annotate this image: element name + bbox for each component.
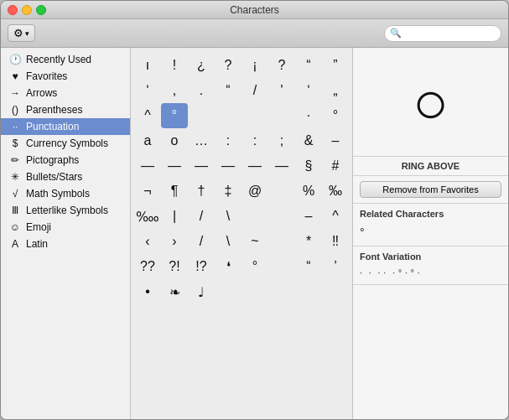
char-cell[interactable]: “ — [295, 53, 322, 78]
char-cell[interactable]: — — [188, 153, 215, 179]
char-cell[interactable]: † — [188, 179, 215, 204]
char-cell[interactable]: ¬ — [134, 179, 161, 204]
char-cell[interactable]: ♩ — [188, 279, 215, 304]
font-variation-char[interactable]: · — [405, 268, 408, 277]
char-cell[interactable]: ¡ — [242, 53, 268, 78]
gear-button[interactable]: ⚙ ▾ — [8, 24, 35, 42]
char-cell[interactable]: \ — [215, 229, 242, 254]
char-cell[interactable]: • — [134, 279, 161, 304]
char-cell[interactable]: — — [242, 153, 268, 179]
char-cell[interactable]: ?? — [134, 254, 161, 279]
char-cell[interactable]: @ — [242, 179, 268, 204]
char-cell[interactable]: . — [188, 78, 215, 103]
char-cell[interactable]: ? — [268, 53, 295, 78]
char-cell[interactable]: ‹ — [134, 229, 161, 254]
char-cell[interactable]: : — [242, 128, 268, 153]
font-variation-char[interactable]: · — [418, 268, 420, 277]
char-cell[interactable]: ¶ — [161, 179, 188, 204]
char-cell[interactable]: – — [295, 204, 322, 229]
char-cell[interactable]: — — [161, 153, 188, 179]
sidebar-item-math[interactable]: √ Math Symbols — [1, 185, 130, 202]
char-cell[interactable]: ° — [161, 103, 188, 128]
close-button[interactable] — [8, 5, 18, 15]
char-cell[interactable] — [268, 279, 295, 304]
char-cell[interactable] — [242, 103, 268, 128]
char-cell[interactable]: — — [268, 153, 295, 179]
char-cell[interactable]: „ — [322, 78, 349, 103]
char-cell[interactable]: / — [188, 229, 215, 254]
char-cell[interactable]: ?! — [161, 254, 188, 279]
char-cell[interactable]: !? — [188, 254, 215, 279]
font-variation-char[interactable]: · — [383, 268, 386, 277]
char-cell[interactable]: o — [161, 128, 188, 153]
char-cell[interactable]: § — [295, 153, 322, 179]
sidebar-item-bullets[interactable]: ✳ Bullets/Stars — [1, 169, 130, 185]
char-cell[interactable]: \ — [215, 204, 242, 229]
char-cell[interactable]: # — [322, 153, 349, 179]
char-cell[interactable]: · — [295, 103, 322, 128]
char-cell[interactable]: & — [295, 128, 322, 153]
char-cell[interactable]: ° — [322, 103, 349, 128]
font-variation-char[interactable]: · — [378, 268, 381, 277]
font-variation-char[interactable]: ° — [411, 268, 414, 277]
char-cell[interactable]: ° — [242, 254, 268, 279]
char-cell[interactable]: ‼ — [322, 229, 349, 254]
char-cell[interactable]: ‘ — [134, 78, 161, 103]
char-cell[interactable]: – — [322, 128, 349, 153]
char-cell[interactable] — [268, 229, 295, 254]
char-cell[interactable] — [242, 204, 268, 229]
font-variation-char[interactable]: · — [369, 268, 371, 277]
char-cell[interactable] — [268, 103, 295, 128]
remove-from-favorites-button[interactable]: Remove from Favorites — [360, 181, 501, 198]
char-cell[interactable]: % — [295, 179, 322, 204]
sidebar-item-emoji[interactable]: ☺ Emoji — [1, 219, 130, 236]
char-cell[interactable]: , — [161, 78, 188, 103]
char-cell[interactable]: | — [161, 204, 188, 229]
char-cell[interactable]: ‱ — [134, 204, 161, 229]
char-cell[interactable]: * — [295, 229, 322, 254]
sidebar-item-arrows[interactable]: → Arrows — [1, 85, 130, 101]
sidebar-item-letterlike[interactable]: Ⅲ Letterlike Symbols — [1, 202, 130, 219]
char-cell[interactable]: : — [215, 128, 242, 153]
char-cell[interactable]: ❧ — [161, 279, 188, 304]
char-cell[interactable]: ” — [322, 53, 349, 78]
minimize-button[interactable] — [22, 5, 32, 15]
char-cell[interactable]: ^ — [134, 103, 161, 128]
char-cell[interactable]: a — [134, 128, 161, 153]
font-variation-char[interactable]: · — [360, 268, 362, 277]
char-cell[interactable] — [242, 279, 268, 304]
char-cell[interactable]: ' — [268, 78, 295, 103]
sidebar-item-parentheses[interactable]: () Parentheses — [1, 101, 130, 118]
char-cell[interactable]: ı — [134, 53, 161, 78]
char-cell[interactable] — [215, 279, 242, 304]
related-char[interactable]: ° — [360, 226, 365, 239]
char-cell[interactable]: “ — [295, 254, 322, 279]
char-cell[interactable]: ‡ — [215, 179, 242, 204]
char-cell[interactable]: … — [188, 128, 215, 153]
char-cell[interactable]: ! — [161, 53, 188, 78]
char-cell[interactable]: ‰ — [322, 179, 349, 204]
char-cell[interactable]: — — [215, 153, 242, 179]
char-cell[interactable]: ^ — [322, 204, 349, 229]
maximize-button[interactable] — [36, 5, 46, 15]
char-cell[interactable] — [268, 254, 295, 279]
char-cell[interactable]: — — [134, 153, 161, 179]
char-cell[interactable]: ’ — [322, 254, 349, 279]
char-cell[interactable]: / — [242, 78, 268, 103]
sidebar-item-latin[interactable]: A Latin — [1, 236, 130, 252]
char-cell[interactable] — [188, 103, 215, 128]
char-cell[interactable]: › — [161, 229, 188, 254]
sidebar-item-currency[interactable]: $ Currency Symbols — [1, 135, 130, 152]
char-cell[interactable]: ? — [215, 53, 242, 78]
sidebar-item-pictographs[interactable]: ✏ Pictographs — [1, 152, 130, 169]
char-cell[interactable] — [268, 204, 295, 229]
char-cell[interactable]: ; — [268, 128, 295, 153]
char-cell[interactable] — [268, 179, 295, 204]
search-input[interactable] — [405, 29, 496, 39]
char-cell[interactable]: ~ — [242, 229, 268, 254]
char-cell[interactable]: ¿ — [188, 53, 215, 78]
char-cell[interactable] — [215, 103, 242, 128]
font-variation-char[interactable]: ° — [398, 268, 402, 277]
char-cell[interactable]: ‘ — [295, 78, 322, 103]
sidebar-item-recently-used[interactable]: 🕐 Recently Used — [1, 51, 130, 68]
